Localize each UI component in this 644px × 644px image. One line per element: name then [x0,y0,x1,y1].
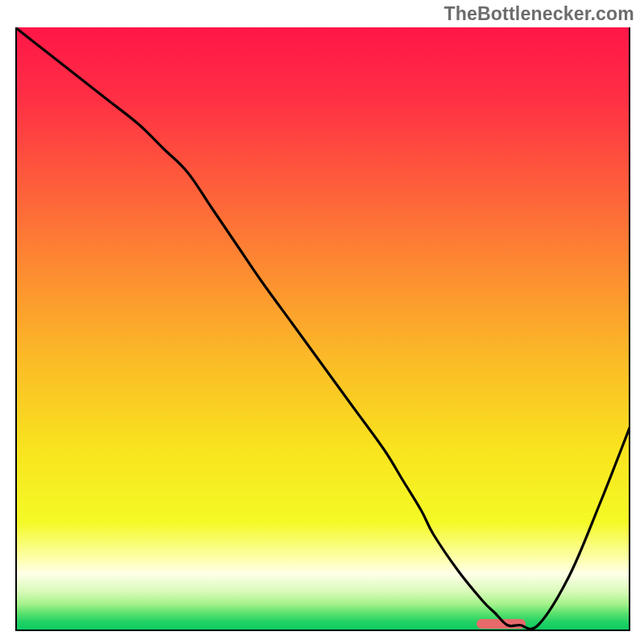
chart-area [15,27,630,631]
chart-stage: TheBottlenecker.com [0,0,644,644]
watermark-text: TheBottlenecker.com [444,3,634,25]
bottleneck-plot-svg [15,27,630,631]
plot-background [15,27,630,631]
